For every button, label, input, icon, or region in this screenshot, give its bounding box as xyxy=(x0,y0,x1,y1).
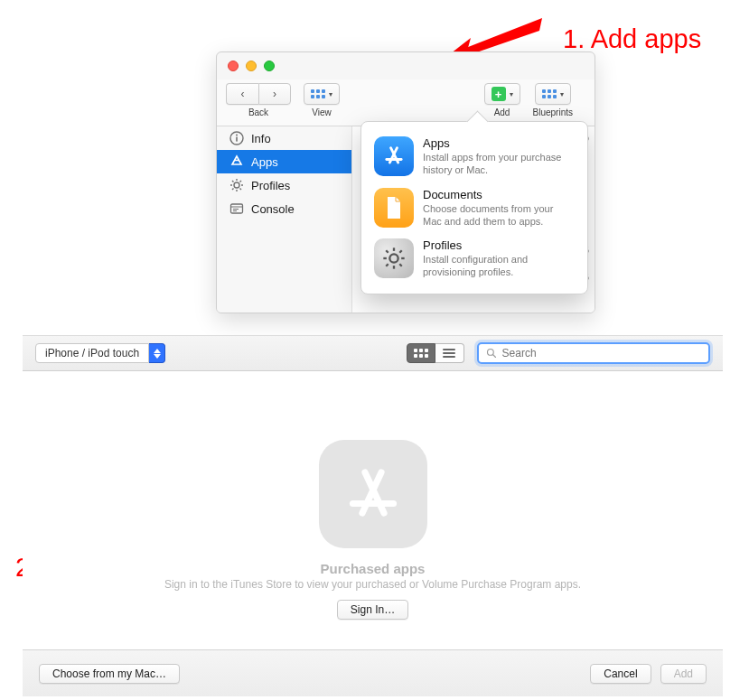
svg-point-4 xyxy=(236,135,238,136)
svg-point-21 xyxy=(389,255,398,263)
popover-item-profiles[interactable]: Profiles Install configuration and provi… xyxy=(361,233,587,285)
popover-item-subtitle: Install configuration and provisioning p… xyxy=(423,253,575,279)
svg-line-29 xyxy=(399,250,401,252)
svg-line-13 xyxy=(240,181,242,182)
sidebar-item-profiles[interactable]: Profiles xyxy=(217,173,351,197)
sidebar-item-label: Profiles xyxy=(251,179,290,192)
gear-icon xyxy=(374,238,414,278)
svg-line-35 xyxy=(492,355,495,358)
back-label: Back xyxy=(248,107,268,117)
device-select[interactable]: iPhone / iPod touch xyxy=(35,343,165,363)
popover-item-subtitle: Choose documents from your Mac and add t… xyxy=(423,202,575,229)
svg-line-26 xyxy=(386,250,388,252)
grid-icon xyxy=(542,89,557,98)
back-button[interactable]: ‹ xyxy=(226,83,258,105)
view-mode-segment xyxy=(407,343,464,363)
annotation-step1-text: 1. Add apps xyxy=(563,24,701,54)
chevron-down-icon: ▾ xyxy=(510,90,513,98)
sheet-footer: Choose from my Mac… Cancel Add xyxy=(23,649,723,696)
cancel-button[interactable]: Cancel xyxy=(590,664,651,684)
purchased-title: Purchased apps xyxy=(321,561,426,576)
signin-button[interactable]: Sign In… xyxy=(337,600,408,620)
view-button[interactable]: ▾ xyxy=(304,83,340,105)
popover-item-apps[interactable]: Apps Install apps from your purchase his… xyxy=(361,131,587,182)
blueprints-group: ▾ Blueprints xyxy=(533,83,573,117)
svg-marker-32 xyxy=(154,349,161,353)
gear-icon xyxy=(229,178,244,192)
sidebar: Info Apps Profiles Console xyxy=(217,126,352,313)
cancel-label: Cancel xyxy=(604,667,637,680)
view-list-button[interactable] xyxy=(435,343,464,363)
sheet-toolbar: iPhone / iPod touch xyxy=(23,335,723,371)
configurator-window: ‹ › Back ▾ View + ▾ Add ▾ Blueprin xyxy=(216,51,595,313)
search-icon xyxy=(486,348,497,359)
forward-button[interactable]: › xyxy=(258,83,291,105)
appstore-icon xyxy=(374,136,414,176)
purchased-subtitle: Sign in to the iTunes Store to view your… xyxy=(164,578,581,591)
svg-line-27 xyxy=(399,264,401,266)
traffic-lights xyxy=(217,52,595,71)
apps-sheet: iPhone / iPod touch Purchased apps Sign … xyxy=(23,335,723,696)
svg-line-12 xyxy=(232,189,234,191)
plus-icon: + xyxy=(492,87,506,101)
sidebar-item-label: Info xyxy=(251,132,271,145)
zoom-window-button[interactable] xyxy=(264,61,275,71)
signin-label: Sign In… xyxy=(351,603,395,616)
chevron-left-icon: ‹ xyxy=(241,88,245,100)
popover-item-documents[interactable]: Documents Choose documents from your Mac… xyxy=(361,182,587,234)
add-popover: Apps Install apps from your purchase his… xyxy=(360,121,588,294)
choose-label: Choose from my Mac… xyxy=(52,667,166,680)
toolbar: ‹ › Back ▾ View + ▾ Add ▾ Blueprin xyxy=(217,79,595,126)
sidebar-item-info[interactable]: Info xyxy=(217,126,351,150)
sidebar-item-label: Console xyxy=(251,202,295,216)
svg-line-11 xyxy=(240,189,242,191)
svg-line-28 xyxy=(386,264,388,266)
appstore-placeholder-icon xyxy=(319,440,427,548)
view-group: ▾ View xyxy=(304,83,340,117)
svg-point-5 xyxy=(234,182,239,188)
document-icon xyxy=(374,188,414,228)
chevron-down-icon: ▾ xyxy=(560,90,564,98)
svg-line-10 xyxy=(232,181,234,182)
view-label: View xyxy=(312,107,332,117)
search-input[interactable] xyxy=(502,347,701,359)
popover-item-title: Profiles xyxy=(423,238,575,252)
close-window-button[interactable] xyxy=(228,61,239,71)
blueprints-button[interactable]: ▾ xyxy=(535,83,571,105)
add-label: Add xyxy=(674,667,693,680)
popover-item-title: Documents xyxy=(423,188,575,201)
popover-item-subtitle: Install apps from your purchase history … xyxy=(423,151,575,177)
add-button: Add xyxy=(660,664,707,684)
sidebar-item-label: Apps xyxy=(251,155,278,169)
grid-icon xyxy=(414,349,428,358)
device-select-value: iPhone / iPod touch xyxy=(45,347,139,359)
minimize-window-button[interactable] xyxy=(246,61,257,71)
svg-marker-33 xyxy=(154,354,161,359)
back-group: ‹ › Back xyxy=(226,83,291,117)
chevron-down-icon: ▾ xyxy=(329,90,332,98)
add-button[interactable]: + ▾ xyxy=(484,83,520,105)
select-stepper-icon xyxy=(149,343,165,363)
apps-icon xyxy=(229,154,244,169)
info-icon xyxy=(229,131,244,145)
search-field[interactable] xyxy=(477,342,710,364)
choose-from-mac-button[interactable]: Choose from my Mac… xyxy=(39,664,180,684)
grid-icon xyxy=(311,89,325,98)
blueprints-label: Blueprints xyxy=(533,107,573,117)
add-label: Add xyxy=(494,107,510,117)
sheet-body: Purchased apps Sign in to the iTunes Sto… xyxy=(23,371,723,660)
chevron-right-icon: › xyxy=(273,88,276,100)
list-icon xyxy=(443,349,455,358)
view-grid-button[interactable] xyxy=(407,343,435,363)
add-group: + ▾ Add xyxy=(484,83,520,117)
popover-item-title: Apps xyxy=(423,136,575,150)
svg-rect-3 xyxy=(236,137,238,142)
sidebar-item-apps[interactable]: Apps xyxy=(217,150,351,173)
sidebar-item-console[interactable]: Console xyxy=(217,197,351,220)
console-icon xyxy=(229,201,244,216)
